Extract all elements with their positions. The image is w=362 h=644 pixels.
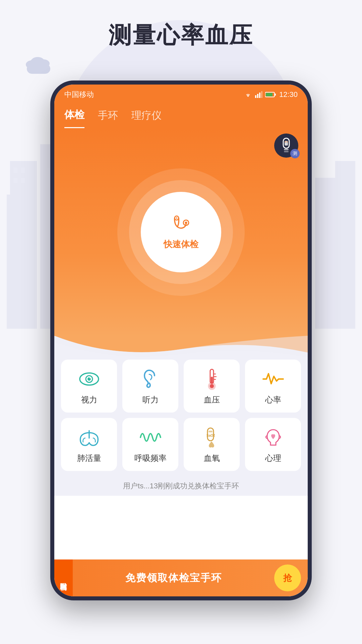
heartrate-icon [261,369,285,389]
phone-screen: 中国移动 [54,85,308,596]
svg-rect-26 [284,149,289,150]
cloud-decoration [20,57,54,74]
svg-rect-10 [13,168,17,173]
quick-exam-label: 快速体检 [164,238,198,250]
quick-exam-button[interactable]: 快速体检 [141,192,221,272]
eye-icon [77,369,101,389]
lungs-icon [77,427,101,447]
ear-icon [139,369,162,389]
svg-point-31 [176,217,177,219]
content-grid: 视力 听力 [54,353,308,496]
banner-tag: 限时福利 [54,559,73,596]
grid-item-blood-oxygen[interactable]: SaO2 血氧 [184,418,240,471]
svg-rect-13 [21,178,25,183]
notification-text: 用户ts...13刚刚成功兑换体检宝手环 [123,482,239,490]
grid-item-vision[interactable]: 视力 [61,360,117,413]
mental-label: 心理 [265,453,281,464]
time-display: 12:30 [279,90,298,99]
main-content-area: 测 快速体检 [54,128,308,336]
banner-text: 免费领取体检宝手环 [73,571,274,585]
svg-rect-19 [259,93,260,98]
svg-rect-11 [21,168,25,173]
nav-tabs: 体检 手环 理疗仪 [64,108,298,128]
stethoscope-icon [169,214,193,236]
wave-transition [54,336,308,353]
grid-row-1: 视力 听力 [61,360,301,413]
heart-rate-label: 心率 [265,394,281,405]
svg-rect-22 [275,94,276,96]
svg-rect-17 [255,95,256,98]
mental-icon [261,427,285,447]
svg-point-37 [89,377,91,378]
status-bar: 中国移动 [54,85,308,105]
svg-rect-6 [315,178,339,329]
svg-rect-1 [7,195,17,329]
svg-rect-18 [257,94,258,98]
svg-point-29 [287,142,288,143]
wifi-icon [244,91,252,98]
battery-icon [265,92,276,98]
svg-rect-7 [335,161,355,329]
grid-item-hearing[interactable]: 听力 [122,360,178,413]
grid-item-blood-pressure[interactable]: 血压 [184,360,240,413]
tab-physical-exam[interactable]: 体检 [64,108,84,128]
status-right: 12:30 [244,90,298,99]
grid-row-2: 肺活量 呼吸频率 [61,418,301,471]
respiration-label: 呼吸频率 [134,453,167,464]
grid-item-respiration[interactable]: 呼吸频率 [122,418,178,471]
svg-rect-46 [208,431,213,432]
circle-container: 快速体检 [114,165,248,299]
phone-frame: 中国移动 [50,80,312,600]
resp-wave-icon [139,427,162,447]
lung-capacity-label: 肺活量 [77,453,101,464]
banner-grab-button[interactable]: 抢 [274,565,301,591]
svg-rect-23 [266,93,273,96]
svg-point-28 [285,142,286,143]
svg-text:SaO2: SaO2 [206,434,215,437]
carrier-label: 中国移动 [64,90,94,100]
blood-oxygen-label: 血氧 [204,453,220,464]
svg-point-33 [185,222,187,224]
svg-rect-27 [284,151,289,152]
grid-item-mental[interactable]: 心理 [245,418,301,471]
tab-wristband[interactable]: 手环 [98,109,118,128]
signal-icons [244,91,276,98]
hearing-label: 听力 [142,394,159,405]
notification-bar: 用户ts...13刚刚成功兑换体检宝手环 [61,476,301,496]
thermometer-icon [200,369,224,389]
app-header: 体检 手环 理疗仪 [54,105,308,128]
vision-label: 视力 [81,394,97,405]
svg-rect-20 [261,91,262,98]
signal-icon [255,91,262,98]
page-title: 测量心率血压 [0,20,362,51]
grid-item-lung-capacity[interactable]: 肺活量 [61,418,117,471]
bottom-banner[interactable]: 限时福利 免费领取体检宝手环 抢 [54,559,308,596]
wristband-badge: 测 [290,149,300,158]
svg-rect-12 [13,178,17,183]
wristband-circle: 测 [274,133,298,158]
wristband-button[interactable]: 测 [274,133,301,160]
sao2-icon: SaO2 [200,427,224,447]
tab-therapy[interactable]: 理疗仪 [131,109,162,128]
grid-item-heart-rate[interactable]: 心率 [245,360,301,413]
svg-point-41 [210,384,214,388]
blood-pressure-label: 血压 [204,394,220,405]
wave-svg [54,336,308,359]
